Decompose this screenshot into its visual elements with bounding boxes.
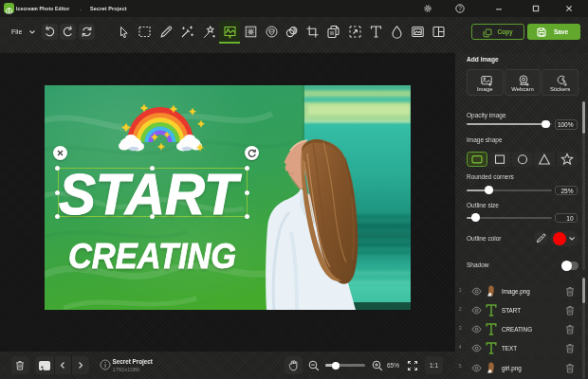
svg-text:?: ? — [458, 5, 462, 11]
